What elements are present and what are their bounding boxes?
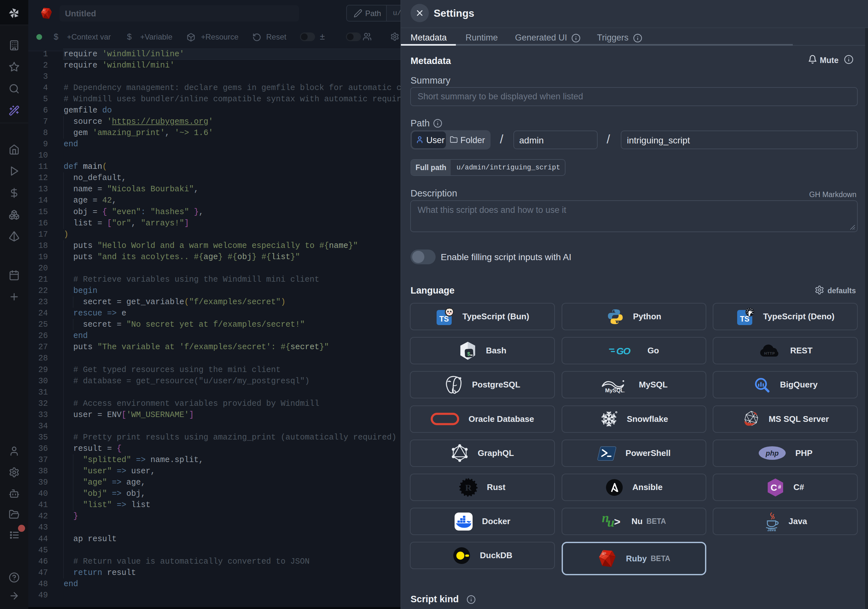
svg-text:Java: Java <box>767 528 776 532</box>
svg-text:$: $ <box>467 351 470 357</box>
svg-text:HTTP: HTTP <box>764 352 775 355</box>
svg-text:>: > <box>614 515 620 528</box>
svg-text:MySQL.: MySQL. <box>605 387 625 394</box>
svg-text:php: php <box>766 449 779 457</box>
svg-text:R: R <box>465 483 472 493</box>
svg-text:u: u <box>607 515 614 530</box>
svg-text:#: # <box>778 484 781 490</box>
svg-text:GO: GO <box>616 346 631 356</box>
svg-text:C: C <box>770 483 777 493</box>
